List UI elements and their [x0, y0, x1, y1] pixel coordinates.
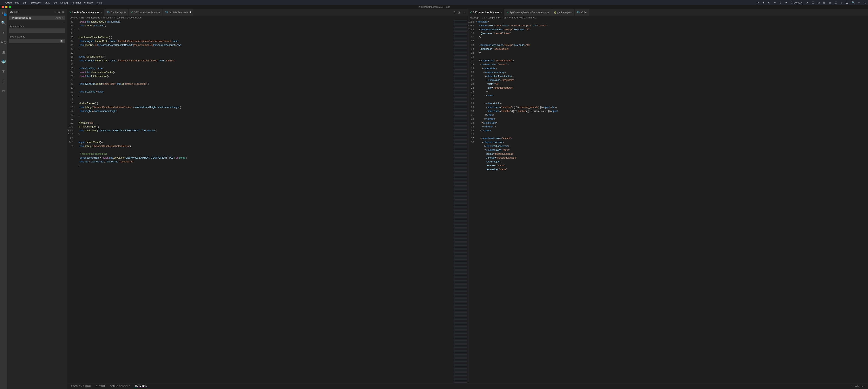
terraform-icon[interactable]: ▼: [1, 69, 6, 74]
menu-selection[interactable]: Selection: [31, 1, 41, 4]
tray-icon[interactable]: ⏻: [846, 1, 848, 4]
tab[interactable]: TSCacheKeys.ts: [104, 9, 129, 16]
tray-icon[interactable]: ✦: [774, 1, 776, 4]
close-icon[interactable]: ×: [500, 11, 502, 14]
refresh-icon[interactable]: ↻: [54, 10, 56, 13]
editor-left[interactable]: 37 36 35 34 33 32 31 30 29 28 27 26 25 2…: [67, 20, 468, 383]
tray-icon[interactable]: 🔍: [852, 1, 855, 4]
device-icon[interactable]: ▯: [1, 79, 6, 84]
tab[interactable]: TSlambdaService.ts: [163, 9, 194, 16]
ts-icon: TS: [107, 11, 110, 13]
clear-icon[interactable]: ☰: [58, 10, 60, 13]
minimize-icon[interactable]: [5, 6, 7, 8]
code-content[interactable]: <template> <v-sheet color="grey" class="…: [476, 20, 868, 383]
tab[interactable]: TSs3Se: [575, 9, 589, 16]
terminal-selector[interactable]: 1: node, zsh: [851, 385, 864, 388]
tray-icon[interactable]: ⌂: [841, 1, 842, 4]
panel-tab-terminal[interactable]: TERMINAL: [135, 385, 147, 388]
tray-icon[interactable]: ⟳: [785, 1, 787, 4]
tray-icon[interactable]: ⟳: [757, 1, 759, 4]
tray-icon[interactable]: ◑: [817, 1, 820, 4]
vue-icon: V: [470, 11, 472, 14]
files-exclude-input[interactable]: ⚙: [9, 39, 65, 43]
search-options[interactable]: Aa Ab .*: [56, 17, 63, 19]
menu-help[interactable]: Help: [97, 1, 102, 4]
search-field[interactable]: [11, 16, 56, 19]
tray-day[interactable]: Tu: [863, 1, 866, 4]
tray-icon[interactable]: ❄︎: [763, 1, 765, 4]
tab[interactable]: {}package.json: [552, 9, 575, 16]
tray-timer[interactable]: ⏱ 00:00.4: [791, 1, 802, 4]
search-sidebar: SEARCH ↻ ☰ ▤ Aa Ab .* … files to include…: [7, 9, 67, 389]
debug-icon[interactable]: ➤⊘: [1, 39, 6, 45]
docker-icon[interactable]: 🐳: [1, 59, 6, 64]
panel-tab-problems[interactable]: PROBLEMS286: [71, 385, 91, 388]
app-name[interactable]: Code: [5, 1, 12, 4]
split-icon[interactable]: ▣: [458, 11, 460, 14]
line-gutter: 1 2 3 4 5 6 7 8 9 10 11 12 13 14 15 16 1…: [468, 20, 476, 383]
extensions-icon[interactable]: ▣: [1, 49, 6, 54]
editor-right[interactable]: 1 2 3 4 5 6 7 8 9 10 11 12 13 14 15 16 1…: [468, 20, 868, 383]
tray-icon[interactable]: ≡: [858, 1, 860, 4]
panel-tab-debug[interactable]: DEBUG CONSOLE: [110, 385, 130, 388]
breadcrumb[interactable]: desktop› src› components› lambda› V Lamb…: [67, 16, 468, 20]
vue-icon: V: [114, 16, 116, 19]
tray-icon[interactable]: ⚙︎: [768, 1, 770, 4]
search-input[interactable]: Aa Ab .*: [9, 16, 65, 20]
tray-icon[interactable]: ▤: [829, 1, 831, 4]
scm-icon[interactable]: ⑂: [1, 30, 6, 35]
close-icon[interactable]: ×: [100, 11, 102, 14]
tab-bar-left: VLambdaComponent.vue× TSCacheKeys.ts VS3…: [67, 9, 468, 16]
tray-icon[interactable]: ☐: [835, 1, 837, 4]
tray-icon[interactable]: ⇪: [779, 1, 782, 4]
vue-icon: V: [69, 11, 71, 14]
activity-bar: 🗎 🔍 ⑂ ➤⊘ ▣ 🐳 ▼ ▯ aws: [0, 9, 7, 389]
more-icon[interactable]: ⋯: [463, 11, 465, 14]
window-title: LambdaComponent.vue — app: [418, 6, 450, 8]
menu-view[interactable]: View: [44, 1, 50, 4]
minimap[interactable]: [454, 20, 468, 383]
aws-icon[interactable]: aws: [1, 88, 6, 93]
menu-file[interactable]: File: [16, 1, 20, 4]
tray-icon[interactable]: ☰: [823, 1, 826, 4]
toggle-details-icon[interactable]: …: [62, 21, 64, 24]
menu-window[interactable]: Window: [84, 1, 93, 4]
files-exclude-label: files to exclude: [7, 34, 67, 38]
search-icon[interactable]: 🔍: [1, 20, 6, 25]
menu-go[interactable]: Go: [53, 1, 57, 4]
collapse-icon[interactable]: ▤: [62, 10, 64, 13]
ts-icon: TS: [577, 11, 580, 13]
json-icon: {}: [554, 11, 556, 14]
compare-icon[interactable]: ⇅: [454, 11, 456, 14]
vue-icon: V: [509, 16, 511, 19]
maximize-icon[interactable]: [9, 6, 11, 8]
window-titlebar: LambdaComponent.vue — app: [0, 5, 868, 9]
panel-tabs: PROBLEMS286 OUTPUT DEBUG CONSOLE TERMINA…: [67, 383, 868, 389]
panel-tab-output[interactable]: OUTPUT: [96, 385, 105, 388]
tray-icon[interactable]: ↗: [806, 1, 808, 4]
dirty-indicator-icon: [190, 11, 191, 13]
files-include-label: files to include: [7, 24, 67, 28]
menu-terminal[interactable]: Terminal: [71, 1, 81, 4]
tab[interactable]: VS3ConnectLambda.vue×: [468, 9, 504, 16]
menu-edit[interactable]: Edit: [23, 1, 27, 4]
vue-icon: V: [131, 11, 133, 14]
gear-icon[interactable]: ⚙: [60, 39, 63, 43]
line-gutter: 37 36 35 34 33 32 31 30 29 28 27 26 25 2…: [67, 20, 76, 383]
tab[interactable]: VApiGatewayMethodComponent.vue: [504, 9, 552, 16]
tray-icon[interactable]: 🖵: [811, 1, 814, 4]
explorer-icon[interactable]: 🗎: [1, 10, 6, 16]
macos-menubar: Code File Edit Selection View Go Debug T…: [0, 0, 868, 5]
tab[interactable]: VS3ConnectLambda.vue: [129, 9, 163, 16]
sidebar-title: SEARCH: [10, 10, 20, 13]
menu-debug[interactable]: Debug: [60, 1, 68, 4]
code-content[interactable]: await this.fetchCodeUrl(this.lambda); th…: [76, 20, 454, 383]
close-icon[interactable]: [2, 6, 4, 8]
ts-icon: TS: [165, 11, 168, 13]
tab-bar-right: VS3ConnectLambda.vue× VApiGatewayMethodC…: [468, 9, 868, 16]
files-include-input[interactable]: [9, 28, 65, 33]
tab[interactable]: VLambdaComponent.vue×: [67, 9, 104, 16]
traffic-lights: [2, 6, 11, 8]
vue-icon: V: [507, 11, 508, 14]
breadcrumb[interactable]: desktop› src› components› s3› V S3Connec…: [468, 16, 868, 20]
